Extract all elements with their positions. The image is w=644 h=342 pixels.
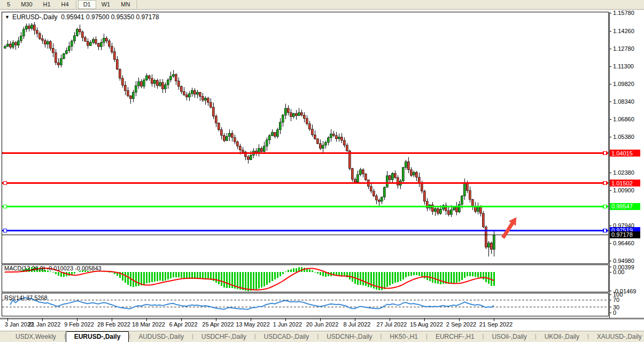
- date-label: 6 Apr 2022: [169, 321, 197, 328]
- date-label: 27 Jul 2022: [377, 321, 407, 328]
- price-tick-label: 0.97940: [613, 222, 634, 229]
- price-tick-label: 0.96460: [613, 240, 634, 246]
- tab-usdchf-daily[interactable]: USDCHF-,Daily: [193, 332, 254, 342]
- timeframe-toolbar: 5M30H1H4D1W1MN: [0, 0, 644, 10]
- tab-usdcad-daily[interactable]: USDCAD-,Daily: [256, 332, 317, 342]
- tab-hk50-h1[interactable]: HK50-,H1: [382, 332, 426, 342]
- tab-eurchf-h1[interactable]: EURCHF-,H1: [428, 332, 483, 342]
- toolbar-separator: [76, 1, 76, 9]
- timeframe-button-h1[interactable]: H1: [38, 0, 56, 9]
- mt4-window: { "icons": {"collapse": "▼", "scroll_lef…: [0, 0, 644, 342]
- toolbar-separator: [137, 1, 137, 9]
- tab-audusd-daily[interactable]: AUDUSD-,Daily: [130, 332, 192, 342]
- macd-indicator-label: MACD(12,26,9) -0.010023 -0.005843: [4, 265, 102, 271]
- price-tick-label: 1.12780: [613, 45, 634, 52]
- rsi-line: [10, 298, 494, 309]
- date-label: 15 Aug 2022: [410, 321, 443, 328]
- hline-1.01502[interactable]: 1.01502: [2, 180, 640, 186]
- rsi-tick-label: 0: [613, 309, 616, 316]
- timeframe-button-d1[interactable]: D1: [78, 0, 96, 9]
- tab-usoil-daily[interactable]: USOil-,Daily: [484, 332, 534, 342]
- current-price-tag: 0.97178: [611, 231, 633, 238]
- price-tick-label: 1.15780: [613, 10, 634, 16]
- date-label: 8 Jul 2022: [344, 321, 371, 328]
- hline-price-tag: 0.99547: [611, 203, 633, 209]
- price-tick-label: 1.05380: [613, 134, 634, 140]
- rsi-tick-label: 70: [613, 297, 619, 303]
- timeframe-button-w1[interactable]: W1: [96, 0, 116, 9]
- date-axis: 3 Jan 202221 Jan 20229 Feb 202228 Feb 20…: [5, 318, 513, 328]
- price-tick-label: 1.09820: [613, 81, 634, 87]
- price-tick-label: 1.00900: [613, 187, 634, 193]
- tab-eurusd-daily[interactable]: EURUSD-,Daily: [66, 331, 129, 342]
- chart-ohlc-values: 0.95941 0.97500 0.95350 0.97178: [61, 13, 159, 21]
- hline-price-tag: 1.01502: [611, 180, 633, 186]
- tab-usdcnh-daily[interactable]: USDCNH-,Daily: [319, 332, 380, 342]
- price-tick-label: 1.08340: [613, 98, 634, 105]
- hline-0.97519[interactable]: 0.97519: [2, 227, 640, 234]
- chart-title: ▼EURUSD-,Daily 0.95941 0.97500 0.95350 0…: [5, 13, 159, 21]
- tab-xauusd-daily[interactable]: XAUUSD-,Daily: [589, 332, 644, 342]
- price-axis: 1.157801.142601.127801.113001.098201.083…: [609, 10, 634, 264]
- current-price-line: 0.97178: [2, 231, 640, 238]
- timeframe-button-m30[interactable]: M30: [15, 0, 37, 9]
- price-chart[interactable]: 1.040151.015020.995470.975190.971781.157…: [0, 10, 644, 331]
- tab-ukoil-daily[interactable]: UKOil-,Daily: [537, 332, 587, 342]
- rsi-panel: 10070300: [2, 291, 623, 316]
- price-tick-label: 0.94980: [613, 258, 634, 264]
- chart-symbol-label: EURUSD-,Daily: [12, 13, 58, 21]
- candlesticks-layer: [4, 22, 495, 256]
- date-label: 13 May 2022: [236, 321, 270, 328]
- date-label: 21 Jan 2022: [28, 321, 61, 328]
- date-label: 18 Mar 2022: [132, 321, 165, 328]
- up-arrow-annotation[interactable]: [501, 217, 516, 239]
- timeframe-button-h4[interactable]: H4: [56, 0, 74, 9]
- timeframe-button-mn[interactable]: MN: [115, 0, 135, 9]
- symbol-tabbar: USDX,Weekly|EURUSD-,Daily|AUDUSD-,Daily|…: [0, 331, 644, 342]
- hlines-layer[interactable]: 1.040151.015020.995470.975190.97178: [2, 150, 640, 238]
- date-label: 25 Apr 2022: [202, 321, 234, 328]
- date-label: 28 Feb 2022: [97, 321, 130, 328]
- timeframe-button-5[interactable]: 5: [2, 0, 15, 9]
- date-label: 21 Sep 2022: [479, 321, 513, 328]
- macd-tick-label: 0.00: [613, 269, 624, 275]
- hline-price-tag: 1.04015: [611, 150, 633, 157]
- tab-usdx-weekly[interactable]: USDX,Weekly: [7, 332, 64, 342]
- date-label: 9 Feb 2022: [64, 321, 94, 328]
- price-tick-label: 1.06860: [613, 116, 634, 122]
- price-tick-label: 1.14260: [613, 28, 634, 34]
- hline-1.04015[interactable]: 1.04015: [2, 150, 640, 157]
- hline-0.99547[interactable]: 0.99547: [2, 203, 640, 210]
- date-label: 20 Jun 2022: [306, 321, 339, 328]
- date-label: 2 Sep 2022: [446, 321, 476, 328]
- collapse-arrow-icon[interactable]: ▼: [5, 14, 10, 20]
- rsi-indicator-label: RSI(14) 37.5268: [4, 294, 48, 301]
- date-label: 1 Jun 2022: [273, 321, 302, 328]
- price-tick-label: 1.02380: [613, 169, 634, 176]
- price-tick-label: 1.11300: [613, 63, 634, 69]
